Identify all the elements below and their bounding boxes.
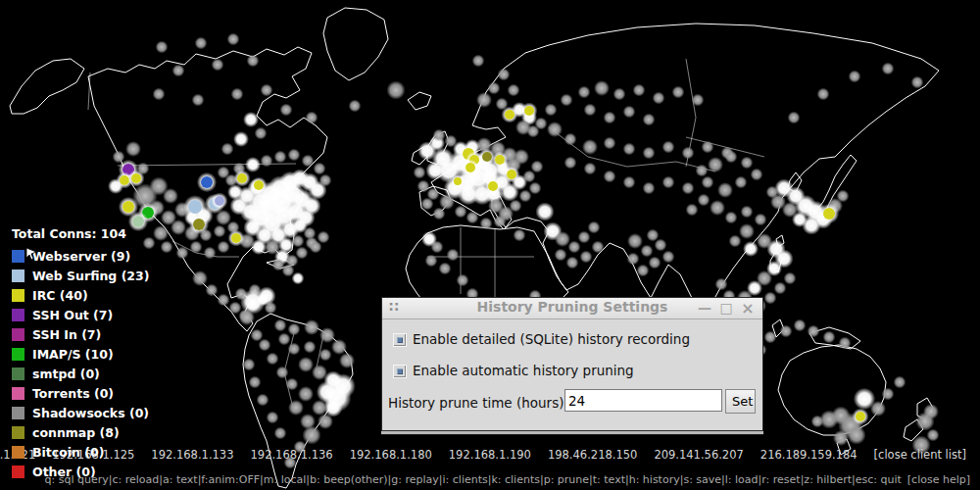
connection-dot: [425, 255, 438, 268]
maximize-button[interactable]: □: [715, 298, 737, 318]
legend-label: connmap (8): [32, 425, 120, 440]
connection-dot: [227, 33, 240, 46]
connection-dot: [257, 286, 275, 305]
connection-dot: [545, 104, 558, 117]
legend-label: Torrents (0): [32, 386, 114, 401]
connection-dot: [613, 88, 626, 101]
connection-dot: [823, 331, 836, 344]
history-pruning-dialog: ∷ History Pruning Settings — □ × Enable …: [381, 297, 763, 431]
connection-dot: [339, 353, 355, 368]
legend-label: IMAP/S (10): [32, 347, 114, 362]
connection-dot: [561, 94, 573, 107]
connection-dot: [495, 155, 505, 165]
legend-swatch: [12, 407, 24, 419]
connection-dot: [837, 190, 850, 203]
connection-dot: [498, 69, 511, 81]
legend-item-shadowsocks[interactable]: Shadowsocks (0): [12, 403, 149, 422]
connection-dot: [507, 170, 516, 179]
connection-dot: [457, 274, 469, 287]
legend-swatch: [12, 387, 24, 400]
connection-dot: [686, 204, 699, 217]
connection-dot: [417, 180, 430, 193]
connection-dot: [637, 265, 650, 277]
minimize-button[interactable]: —: [694, 298, 715, 318]
connection-dot: [445, 135, 458, 148]
connection-dot: [508, 84, 520, 97]
client-ip[interactable]: 198.46.218.150: [548, 448, 637, 462]
connection-dot: [564, 157, 577, 170]
connection-dot: [261, 155, 273, 168]
dialog-titlebar[interactable]: ∷ History Pruning Settings — □ ×: [382, 298, 762, 319]
connection-dot: [743, 241, 759, 257]
connection-dot: [682, 182, 695, 195]
close-help-button[interactable]: [close help]: [907, 473, 970, 486]
connection-dot: [735, 176, 748, 189]
connection-dot: [306, 112, 318, 124]
legend-item-irc[interactable]: IRC (40): [12, 285, 149, 305]
connection-dot: [923, 404, 939, 419]
connection-dot: [725, 151, 738, 164]
close-button[interactable]: ×: [737, 298, 759, 318]
connection-dot: [839, 337, 852, 350]
legend-item-web[interactable]: Web Surfing (23): [12, 266, 149, 285]
legend-item-ssh[interactable]: SSH Out (7): [12, 305, 149, 324]
connection-dot: [911, 76, 924, 89]
legend-swatch: [12, 250, 24, 263]
connection-dot: [647, 229, 660, 242]
prune-time-input[interactable]: [564, 389, 722, 412]
connection-dot: [524, 106, 534, 116]
auto-pruning-checkbox[interactable]: [393, 365, 407, 378]
connection-dot: [192, 270, 208, 286]
connection-dot: [514, 229, 526, 242]
client-ip[interactable]: 192.168.1.190: [449, 448, 531, 462]
connection-dot: [882, 63, 895, 75]
connection-dot: [578, 86, 591, 99]
connection-dot: [811, 416, 824, 428]
client-ip[interactable]: 192.168.1.136: [251, 448, 333, 462]
client-ip[interactable]: 209.141.56.207: [654, 448, 743, 462]
legend-swatch: [12, 426, 24, 439]
legend-item-connmap[interactable]: connmap (8): [12, 422, 149, 442]
connection-dot: [774, 282, 787, 295]
connection-dot: [488, 181, 498, 191]
connection-dot: [292, 272, 305, 285]
sqlite-history-checkbox[interactable]: [393, 333, 407, 347]
client-ip[interactable]: 216.189.159.184: [760, 448, 858, 462]
connection-dot: [882, 388, 895, 401]
connection-dot: [708, 157, 723, 172]
connection-dot: [643, 182, 656, 195]
connection-dot: [455, 206, 467, 219]
checkbox-check-mark: [397, 368, 403, 374]
client-ip[interactable]: 192.168.1.133: [151, 448, 233, 462]
close-client-list-button[interactable]: [close client list]: [874, 448, 966, 462]
connection-dot: [247, 55, 260, 68]
client-ip[interactable]: 192.168.1.180: [350, 448, 432, 462]
connection-dot: [227, 184, 243, 200]
legend-item-bitcoin[interactable]: Bitcoin (0): [12, 442, 149, 462]
connection-dot: [195, 37, 208, 50]
connection-dot: [588, 221, 601, 234]
connection-dot: [604, 137, 616, 150]
set-button[interactable]: Set: [725, 389, 756, 414]
legend-label: SSH Out (7): [32, 308, 113, 322]
connection-dot: [206, 284, 219, 297]
connection-dot: [257, 394, 270, 407]
legend-swatch: [12, 309, 24, 321]
connection-dot: [204, 247, 217, 260]
connection-dot: [172, 65, 185, 77]
legend-item-ssh[interactable]: SSH In (7): [12, 324, 149, 344]
legend-swatch: [12, 368, 24, 380]
connection-dot: [755, 214, 767, 226]
connection-dot: [421, 231, 437, 247]
sqlite-history-label: Enable detailed (SQLite) history recordi…: [413, 331, 690, 347]
connection-dot: [314, 163, 326, 175]
legend-item-other[interactable]: Other (0): [12, 462, 149, 481]
connection-dot: [267, 412, 279, 424]
connection-dot: [251, 329, 264, 342]
legend-item-torrents[interactable]: Torrents (0): [12, 383, 149, 403]
connection-dot: [833, 430, 849, 446]
legend-item-smtpd[interactable]: smtpd (0): [12, 364, 149, 383]
connection-dot: [131, 173, 141, 183]
connection-dot: [282, 265, 295, 277]
legend-item-imaps[interactable]: IMAP/S (10): [12, 344, 149, 364]
